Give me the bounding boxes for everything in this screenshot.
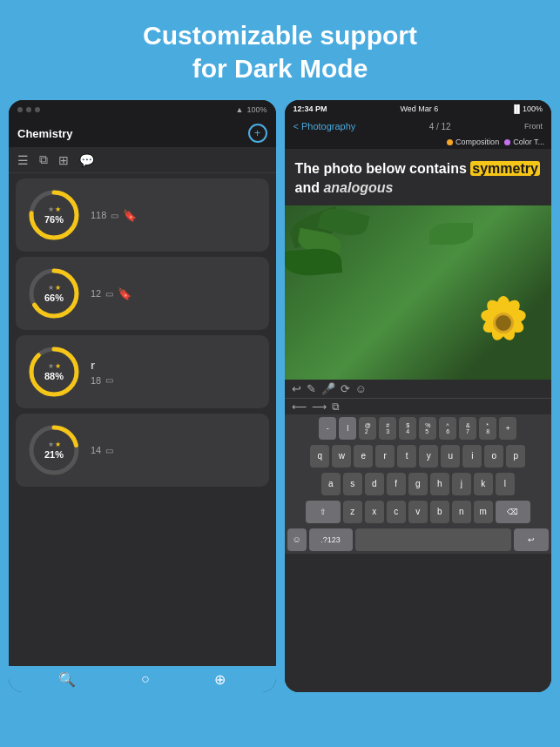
card-small-icon: ▭ — [105, 375, 113, 385]
grid-icon[interactable]: ⊞ — [58, 153, 69, 167]
mic-tool-icon[interactable]: 🎤 — [321, 382, 335, 395]
card-list: ★ ★ 76% 118 ▭ 🔖 — [9, 173, 276, 666]
keyboard-undo-row: ⟵ ⟶ ⧉ — [285, 398, 552, 414]
return-key[interactable]: ↩ — [514, 528, 549, 551]
card-item[interactable]: ★ ★ 88% r 18 ▭ — [16, 335, 269, 408]
card-meta-3: r 18 ▭ — [91, 359, 259, 386]
key-w[interactable]: w — [332, 445, 351, 468]
refresh-tool-icon[interactable]: ⟳ — [341, 382, 350, 395]
tag-composition[interactable]: Composition — [447, 138, 499, 146]
key-l-alpha[interactable]: l — [496, 473, 515, 495]
header-title: Customizable support for Dark Mode — [35, 19, 525, 84]
key-percent[interactable]: %5 — [419, 417, 436, 440]
key-h[interactable]: h — [430, 473, 449, 495]
key-i[interactable]: i — [462, 445, 482, 468]
key-j[interactable]: j — [452, 473, 471, 495]
tag-color[interactable]: Color T... — [504, 138, 544, 146]
space-key[interactable] — [355, 528, 512, 551]
card-item[interactable]: ★ ★ 66% 12 ▭ 🔖 — [16, 257, 269, 330]
list-icon[interactable]: ☰ — [17, 153, 29, 167]
key-n[interactable]: n — [452, 501, 471, 523]
key-q[interactable]: q — [310, 445, 329, 468]
left-nav-title: Chemistry — [17, 127, 73, 140]
key-l[interactable]: l — [339, 417, 356, 440]
status-time: 12:34 PM — [293, 104, 327, 113]
back-button[interactable]: < Photography — [293, 121, 356, 131]
home-icon[interactable]: ○ — [141, 671, 150, 687]
paste-icon[interactable]: ⧉ — [332, 400, 340, 413]
copy-icon[interactable]: ⧉ — [39, 152, 48, 167]
progress-ring-3: ★ ★ 88% — [26, 344, 82, 400]
key-t[interactable]: t — [397, 445, 416, 468]
key-f[interactable]: f — [387, 473, 406, 495]
key-m[interactable]: m — [474, 501, 493, 523]
key-p[interactable]: p — [506, 445, 525, 468]
keyboard-bottom-row: ☺ .?123 ↩ — [285, 526, 552, 554]
key-hash[interactable]: #3 — [379, 417, 396, 440]
tag-dot-purple — [504, 139, 510, 145]
key-u[interactable]: u — [441, 445, 460, 468]
card-content: The photo below contains symmetry and an… — [285, 149, 552, 692]
key-caret[interactable]: ^6 — [439, 417, 456, 440]
add-icon[interactable]: ⊕ — [214, 671, 226, 688]
key-r[interactable]: r — [375, 445, 395, 468]
key-b[interactable]: b — [430, 501, 449, 523]
left-toolbar: ☰ ⧉ ⊞ 💬 — [9, 147, 276, 173]
page-counter: 4 / 12 — [429, 122, 451, 131]
key-minus[interactable]: - — [319, 417, 336, 440]
status-date: Wed Mar 6 — [400, 104, 438, 113]
key-s[interactable]: s — [343, 473, 362, 495]
key-y[interactable]: y — [419, 445, 438, 468]
highlight-word: symmetry — [470, 161, 540, 176]
key-e[interactable]: e — [354, 445, 373, 468]
card-meta-4: 14 ▭ — [91, 445, 259, 455]
redo-icon[interactable]: ⟶ — [312, 400, 327, 413]
right-nav-bar: < Photography 4 / 12 Front — [285, 118, 552, 135]
key-d[interactable]: d — [365, 473, 384, 495]
num-key[interactable]: .?123 — [309, 528, 353, 551]
key-at[interactable]: @2 — [359, 417, 376, 440]
emoji-tool-icon[interactable]: ☺ — [355, 382, 367, 395]
chat-icon[interactable]: 💬 — [79, 153, 94, 167]
leaf-4 — [285, 246, 342, 278]
tag-dot-orange — [447, 139, 453, 145]
key-c[interactable]: c — [387, 501, 406, 523]
emoji-key[interactable]: ☺ — [287, 528, 307, 551]
key-v[interactable]: v — [408, 501, 428, 523]
left-status-bar: ▲100% — [9, 100, 276, 119]
progress-ring-2: ★ ★ 66% — [26, 266, 82, 321]
key-amp[interactable]: &7 — [459, 417, 476, 440]
key-a[interactable]: a — [321, 473, 341, 495]
pen-tool-icon[interactable]: ✎ — [307, 382, 316, 395]
undo-tool-icon[interactable]: ↩ — [292, 382, 301, 395]
card-small-icon: ▭ — [111, 211, 118, 220]
keyboard-toolbar: ↩ ✎ 🎤 ⟳ ☺ — [285, 380, 552, 398]
leaf-5 — [429, 223, 473, 245]
search-icon[interactable]: 🔍 — [58, 671, 76, 688]
key-x[interactable]: x — [365, 501, 384, 523]
backspace-key[interactable]: ⌫ — [496, 501, 530, 523]
panels-container: ▲100% Chemistry + ☰ ⧉ ⊞ 💬 — [0, 100, 560, 692]
card-meta-2: 12 ▭ 🔖 — [91, 287, 259, 300]
key-g[interactable]: g — [408, 473, 428, 495]
undo-icon[interactable]: ⟵ — [292, 400, 307, 413]
battery-icon: ▐▌100% — [511, 104, 543, 113]
battery-indicator: ▲100% — [236, 105, 267, 114]
flower — [473, 293, 534, 353]
keyboard-row-3: ⇧ z x c v b n m ⌫ — [285, 498, 552, 526]
left-nav-bar: Chemistry + — [9, 119, 276, 147]
add-nav-icon[interactable]: + — [248, 124, 267, 143]
flower-core — [493, 313, 514, 333]
card-item[interactable]: ★ ★ 76% 118 ▭ 🔖 — [16, 178, 269, 252]
card-item[interactable]: ★ ★ 21% 14 ▭ — [16, 414, 269, 487]
key-o[interactable]: o — [484, 445, 503, 468]
key-dollar[interactable]: $4 — [399, 417, 416, 440]
key-plus[interactable]: + — [499, 417, 516, 440]
flower-image — [285, 205, 552, 380]
shift-key[interactable]: ⇧ — [306, 501, 341, 523]
key-k[interactable]: k — [474, 473, 493, 495]
flower-petals — [473, 293, 534, 353]
card-meta-1: 118 ▭ 🔖 — [91, 209, 259, 222]
key-z[interactable]: z — [343, 501, 362, 523]
key-star[interactable]: *8 — [479, 417, 496, 440]
